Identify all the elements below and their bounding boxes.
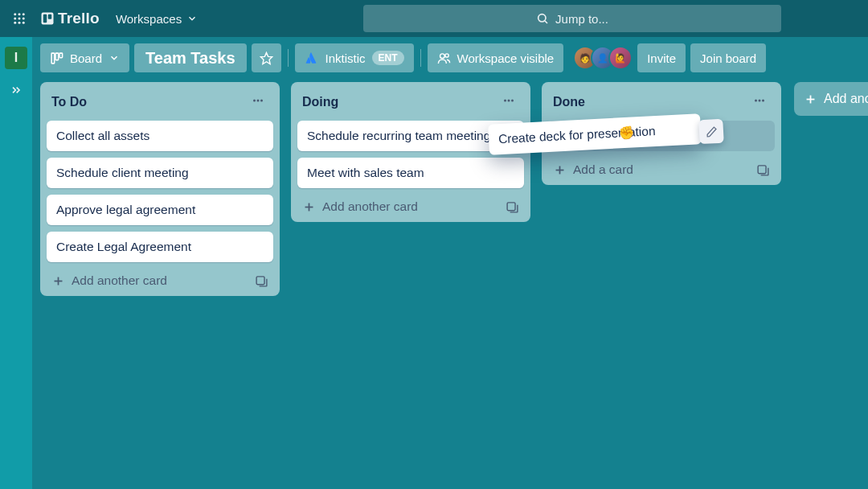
svg-point-19 (445, 53, 448, 56)
left-rail: I (0, 37, 32, 489)
org-button[interactable]: Inktistic ENT (295, 43, 414, 72)
workspaces-dropdown[interactable]: Workspaces (108, 6, 206, 31)
svg-rect-16 (59, 53, 63, 58)
board-view-switcher[interactable]: Board (40, 43, 129, 72)
dots-icon (502, 93, 516, 108)
star-button[interactable] (252, 43, 281, 72)
divider (420, 49, 421, 67)
svg-point-32 (755, 100, 757, 102)
visibility-label: Workspace visible (457, 51, 555, 65)
card[interactable]: Create Legal Agreement (47, 232, 273, 262)
svg-line-13 (545, 21, 547, 23)
svg-point-2 (23, 13, 25, 15)
plus-icon (302, 200, 316, 214)
list-menu-button[interactable] (749, 92, 770, 113)
svg-point-6 (14, 22, 16, 24)
board-icon (50, 51, 63, 65)
svg-rect-31 (507, 202, 515, 210)
template-icon (506, 200, 519, 214)
board-title[interactable]: Team Tasks (134, 43, 247, 72)
list-title[interactable]: Done (553, 95, 585, 109)
chevron-down-icon (108, 52, 120, 64)
svg-rect-15 (55, 53, 59, 60)
plus-icon (51, 274, 65, 288)
chevron-down-icon (186, 13, 198, 24)
list-menu-button[interactable] (498, 92, 519, 113)
svg-point-22 (260, 100, 263, 102)
search-input[interactable]: Jump to... (363, 5, 781, 32)
svg-point-12 (538, 14, 546, 22)
svg-point-27 (508, 100, 510, 102)
svg-rect-10 (43, 14, 47, 23)
add-list-label: Add another list (824, 92, 868, 106)
svg-rect-25 (256, 276, 264, 284)
avatar[interactable]: 🙋 (608, 46, 633, 70)
card-template-button[interactable] (755, 162, 770, 177)
svg-rect-11 (48, 14, 52, 19)
svg-point-7 (18, 22, 21, 24)
svg-point-21 (257, 100, 260, 102)
plus-icon (553, 163, 567, 177)
add-list-button[interactable]: Add another list (794, 82, 868, 116)
grab-cursor-icon: ✊ (618, 125, 635, 141)
people-icon (437, 51, 451, 65)
list-menu-button[interactable] (248, 92, 268, 113)
svg-point-8 (23, 22, 25, 24)
logo-text: Trello (58, 10, 100, 27)
workspaces-label: Workspaces (116, 12, 182, 26)
template-icon (756, 163, 770, 177)
card-template-button[interactable] (254, 273, 268, 288)
svg-point-5 (23, 18, 25, 20)
svg-point-0 (14, 13, 16, 15)
expand-sidebar-button[interactable] (5, 79, 27, 101)
apps-switcher-icon[interactable] (6, 6, 32, 31)
search-placeholder: Jump to... (555, 12, 608, 26)
svg-rect-14 (51, 53, 55, 64)
add-card-button[interactable]: Add another card (51, 273, 167, 288)
svg-point-18 (440, 53, 444, 58)
list-title[interactable]: To Do (51, 95, 87, 109)
dots-icon (752, 93, 767, 108)
add-card-label: Add another card (72, 273, 167, 288)
list-title[interactable]: Doing (302, 95, 338, 109)
plus-icon (804, 92, 817, 106)
svg-point-4 (18, 18, 21, 20)
workspace-badge[interactable]: I (5, 47, 27, 69)
join-board-label: Join board (700, 51, 756, 65)
svg-marker-17 (260, 52, 272, 64)
add-card-label: Add a card (573, 162, 633, 177)
svg-point-28 (511, 100, 514, 102)
board-header: Board Team Tasks Inktistic ENT Workspace… (32, 37, 868, 79)
top-nav: Trello Workspaces Jump to... (0, 0, 868, 37)
trello-logo[interactable]: Trello (35, 6, 104, 31)
add-card-button[interactable]: Add a card (553, 162, 633, 177)
join-board-button[interactable]: Join board (690, 43, 766, 72)
board-canvas: To Do Collect all assets Schedule client… (32, 79, 868, 489)
card[interactable]: Schedule client meeting (47, 158, 273, 188)
visibility-button[interactable]: Workspace visible (428, 43, 564, 72)
atlassian-icon (305, 51, 319, 65)
search-icon (536, 12, 549, 25)
card[interactable]: Meet with sales team (297, 158, 524, 188)
svg-point-1 (18, 13, 21, 15)
member-avatars[interactable]: 🧑 👤 🙋 (568, 46, 633, 70)
board-view-label: Board (70, 51, 102, 65)
star-icon (260, 51, 273, 65)
invite-button[interactable]: Invite (637, 43, 686, 72)
list-todo: To Do Collect all assets Schedule client… (40, 82, 280, 296)
org-name: Inktistic (326, 51, 366, 65)
card-template-button[interactable] (505, 199, 519, 214)
add-card-label: Add another card (322, 199, 418, 214)
template-icon (255, 274, 268, 288)
svg-point-3 (14, 18, 16, 20)
svg-point-20 (253, 100, 256, 102)
svg-point-26 (504, 100, 506, 102)
dots-icon (251, 93, 265, 108)
card[interactable]: Approve legal agreement (47, 195, 273, 225)
pencil-icon (705, 125, 718, 138)
card[interactable]: Collect all assets (47, 121, 273, 151)
edit-card-button[interactable] (698, 119, 724, 145)
add-card-button[interactable]: Add another card (302, 199, 418, 214)
org-plan-chip: ENT (372, 51, 404, 65)
invite-label: Invite (647, 51, 676, 65)
